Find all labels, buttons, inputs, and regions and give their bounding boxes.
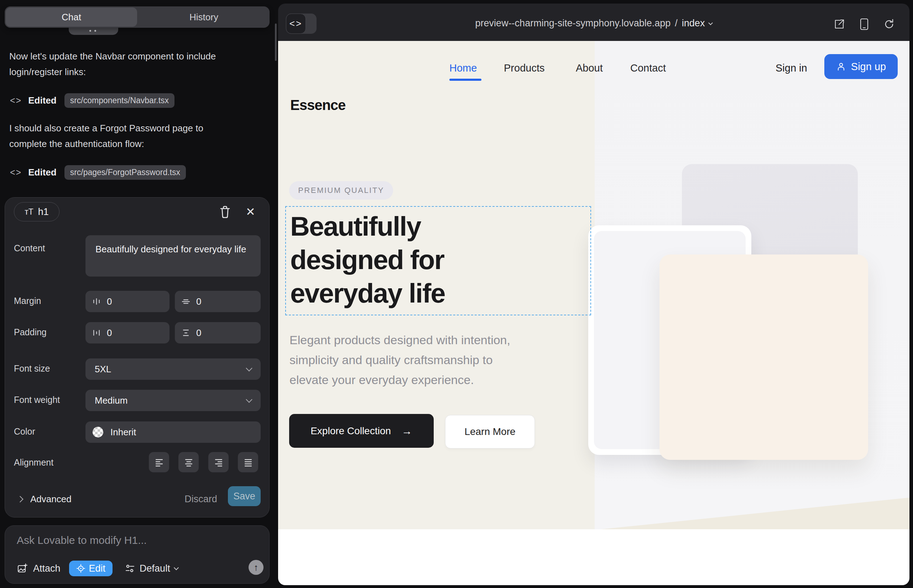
tab-history[interactable]: History [138,6,270,28]
font-weight-field-label: Font weight [14,395,60,405]
attach-image-icon [17,563,28,574]
margin-y-input[interactable]: 0 [175,291,261,312]
explore-collection-button[interactable]: Explore Collection → [289,414,434,448]
truncated-text-dot [94,30,96,32]
content-input[interactable]: Beautifully designed for everyday life [86,235,261,276]
composer-actions: Attach Edit D [17,560,178,577]
attach-button[interactable]: Attach [17,563,60,574]
font-size-value: 5XL [95,364,111,375]
chat-history-tabs: Chat History [5,6,270,28]
color-swatch [92,427,103,438]
advanced-toggle[interactable]: Advanced [18,489,71,509]
font-weight-select[interactable]: Medium [86,390,261,411]
arrow-right-icon: → [401,425,412,437]
align-left-button[interactable] [149,452,169,472]
truncated-text-dot [89,30,91,32]
chat-composer: Ask Lovable to modify H1... Attach [5,525,270,584]
delete-element-button[interactable] [219,205,231,219]
edited-label: Edited [28,95,56,106]
preview-frame: <> preview--charming-site-symphony.lovab… [278,3,910,585]
learn-more-button[interactable]: Learn More [445,415,535,449]
composer-input[interactable]: Ask Lovable to modify H1... [17,534,147,546]
content-field-label: Content [14,243,45,254]
padding-y-input[interactable]: 0 [175,322,261,344]
margin-vertical-icon [181,297,191,306]
content-input-value: Beautifully designed for everyday life [96,242,246,256]
code-icon: <> [10,167,22,178]
edit-mode-button[interactable]: Edit [69,561,113,576]
align-right-icon [214,457,223,467]
edit-label: Edit [89,563,106,574]
chat-scrollbar[interactable] [275,24,277,61]
selected-element-chip[interactable]: ᴛT h1 [14,202,60,221]
nav-link-products[interactable]: Products [504,62,544,74]
save-button[interactable]: Save [228,486,261,506]
refresh-button[interactable] [883,18,895,30]
hero-heading-line: Beautifully [290,210,445,243]
edited-file-row: <> Edited src/components/Navbar.tsx [10,92,175,108]
chevron-down-icon [246,396,252,402]
chevron-down-icon [709,21,713,25]
color-select[interactable]: Inherit [86,422,261,443]
hero-description-line: Elegant products designed with intention… [290,330,510,350]
margin-horizontal-icon [92,297,101,306]
edited-file-badge[interactable]: src/pages/ForgotPassword.tsx [65,165,186,180]
chevron-right-icon [17,496,23,502]
chevron-down-icon [174,565,179,570]
explore-collection-label: Explore Collection [311,425,391,437]
align-justify-button[interactable] [238,452,258,472]
mode-label: Default [139,563,170,574]
edited-file-badge[interactable]: src/components/Navbar.tsx [65,93,175,108]
hero-description-line: simplicity and quality craftsmanship to [290,350,510,370]
hero-heading-line: designed for [290,243,445,276]
chevron-down-icon [246,365,252,371]
site-logo[interactable]: Essence [290,97,345,113]
target-icon [76,564,86,573]
app-window: Chat History Now let's update the Navbar… [0,0,913,588]
sign-in-link[interactable]: Sign in [775,62,807,74]
align-center-button[interactable] [178,452,199,472]
decorative-card-cream [659,255,868,460]
discard-button[interactable]: Discard [181,489,220,509]
hero-heading: Beautifully designed for everyday life [290,210,445,310]
nav-link-contact[interactable]: Contact [630,62,666,74]
attach-label: Attach [33,563,60,574]
padding-x-value: 0 [107,328,112,339]
color-value: Inherit [110,427,136,438]
send-button[interactable]: ↑ [249,560,264,575]
padding-vertical-icon [181,328,191,338]
hero-description-line: elevate your everyday experience. [290,370,510,390]
font-size-field-label: Font size [14,363,50,374]
advanced-label: Advanced [30,494,71,505]
margin-x-value: 0 [107,296,112,307]
align-right-button[interactable] [208,452,228,472]
url-separator: / [675,18,678,29]
margin-x-input[interactable]: 0 [86,291,170,312]
tab-chat[interactable]: Chat [6,8,137,27]
alignment-field-label: Alignment [14,457,53,468]
padding-horizontal-icon [92,328,101,338]
mobile-view-button[interactable] [859,18,869,31]
color-field-label: Color [14,426,35,437]
margin-field-label: Margin [14,296,41,306]
url-path: index [682,18,705,29]
url-bar[interactable]: preview--charming-site-symphony.lovable.… [278,18,910,29]
padding-x-input[interactable]: 0 [86,322,170,344]
element-editor-panel: ᴛT h1 ✕ Content Beautifully designed for… [5,197,270,517]
user-icon [836,61,846,71]
margin-y-value: 0 [196,296,201,307]
close-panel-button[interactable]: ✕ [246,205,255,219]
align-center-icon [184,457,194,467]
selected-element-outline[interactable]: Beautifully designed for everyday life [285,206,591,315]
nav-link-about[interactable]: About [576,62,603,74]
nav-link-home[interactable]: Home [449,62,477,74]
hero-badge: PREMIUM QUALITY [289,181,393,200]
mode-select[interactable]: Default [125,563,178,574]
font-size-select[interactable]: 5XL [86,359,261,380]
sign-up-label: Sign up [851,61,886,73]
open-external-button[interactable] [833,18,845,30]
align-left-icon [154,457,164,467]
chat-message: Now let's update the Navbar component to… [9,48,237,80]
sign-up-button[interactable]: Sign up [824,54,898,79]
code-icon: <> [10,95,22,106]
